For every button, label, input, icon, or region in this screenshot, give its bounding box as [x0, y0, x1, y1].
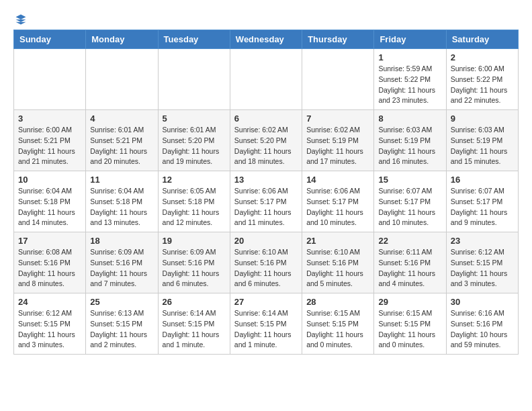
col-header-sunday: Sunday: [14, 30, 86, 49]
calendar-cell: 29Sunrise: 6:15 AM Sunset: 5:15 PM Dayli…: [374, 293, 446, 355]
day-number: 19: [163, 236, 226, 246]
calendar-cell: 23Sunrise: 6:12 AM Sunset: 5:15 PM Dayli…: [446, 232, 518, 293]
logo: [13, 13, 27, 23]
calendar-cell: 13Sunrise: 6:06 AM Sunset: 5:17 PM Dayli…: [230, 171, 302, 232]
col-header-friday: Friday: [374, 30, 446, 49]
calendar-cell: 17Sunrise: 6:08 AM Sunset: 5:16 PM Dayli…: [14, 232, 86, 293]
calendar-header-row: SundayMondayTuesdayWednesdayThursdayFrid…: [14, 30, 519, 49]
day-number: 6: [234, 113, 298, 124]
calendar-cell: 12Sunrise: 6:05 AM Sunset: 5:18 PM Dayli…: [158, 171, 230, 232]
day-number: 30: [451, 297, 514, 307]
calendar-cell: 15Sunrise: 6:07 AM Sunset: 5:17 PM Dayli…: [374, 171, 446, 232]
calendar-cell: 20Sunrise: 6:10 AM Sunset: 5:16 PM Dayli…: [230, 232, 302, 293]
calendar-cell: 9Sunrise: 6:03 AM Sunset: 5:19 PM Daylig…: [446, 110, 518, 171]
day-info: Sunrise: 6:04 AM Sunset: 5:18 PM Dayligh…: [18, 186, 81, 228]
calendar-week-row: 24Sunrise: 6:12 AM Sunset: 5:15 PM Dayli…: [14, 293, 519, 355]
day-info: Sunrise: 6:04 AM Sunset: 5:18 PM Dayligh…: [90, 186, 153, 228]
col-header-monday: Monday: [86, 30, 158, 49]
calendar-cell: 24Sunrise: 6:12 AM Sunset: 5:15 PM Dayli…: [14, 293, 86, 355]
day-info: Sunrise: 6:07 AM Sunset: 5:17 PM Dayligh…: [451, 186, 514, 228]
day-number: 10: [18, 175, 81, 185]
day-number: 29: [378, 297, 441, 307]
calendar-cell: 2Sunrise: 6:00 AM Sunset: 5:22 PM Daylig…: [446, 49, 518, 110]
day-info: Sunrise: 6:03 AM Sunset: 5:19 PM Dayligh…: [378, 125, 441, 167]
calendar-cell: [230, 49, 302, 110]
day-number: 21: [306, 236, 369, 246]
day-number: 25: [90, 297, 153, 307]
day-info: Sunrise: 6:10 AM Sunset: 5:16 PM Dayligh…: [306, 247, 369, 289]
day-info: Sunrise: 6:12 AM Sunset: 5:15 PM Dayligh…: [18, 308, 81, 351]
calendar-cell: [14, 49, 86, 110]
calendar-cell: 27Sunrise: 6:14 AM Sunset: 5:15 PM Dayli…: [230, 293, 302, 355]
calendar-cell: 10Sunrise: 6:04 AM Sunset: 5:18 PM Dayli…: [14, 171, 86, 232]
calendar-week-row: 10Sunrise: 6:04 AM Sunset: 5:18 PM Dayli…: [14, 171, 519, 232]
calendar-cell: 7Sunrise: 6:02 AM Sunset: 5:19 PM Daylig…: [302, 110, 374, 171]
calendar-cell: 21Sunrise: 6:10 AM Sunset: 5:16 PM Dayli…: [302, 232, 374, 293]
day-info: Sunrise: 6:05 AM Sunset: 5:18 PM Dayligh…: [163, 186, 226, 228]
day-number: 16: [451, 175, 514, 185]
calendar-week-row: 3Sunrise: 6:00 AM Sunset: 5:21 PM Daylig…: [14, 110, 519, 171]
calendar-cell: 30Sunrise: 6:16 AM Sunset: 5:16 PM Dayli…: [446, 293, 518, 355]
logo-icon: [15, 13, 27, 26]
day-info: Sunrise: 6:09 AM Sunset: 5:16 PM Dayligh…: [163, 247, 226, 289]
day-number: 20: [234, 236, 298, 246]
calendar-table: SundayMondayTuesdayWednesdayThursdayFrid…: [13, 30, 519, 355]
page-header: [13, 13, 519, 23]
day-info: Sunrise: 6:02 AM Sunset: 5:19 PM Dayligh…: [306, 125, 369, 167]
day-number: 5: [163, 113, 226, 124]
day-info: Sunrise: 6:13 AM Sunset: 5:15 PM Dayligh…: [90, 308, 153, 351]
day-info: Sunrise: 6:11 AM Sunset: 5:16 PM Dayligh…: [378, 247, 441, 289]
calendar-cell: 19Sunrise: 6:09 AM Sunset: 5:16 PM Dayli…: [158, 232, 230, 293]
day-number: 7: [306, 113, 369, 124]
day-info: Sunrise: 6:00 AM Sunset: 5:22 PM Dayligh…: [451, 64, 514, 106]
day-number: 11: [90, 175, 153, 185]
day-info: Sunrise: 6:14 AM Sunset: 5:15 PM Dayligh…: [234, 308, 298, 351]
day-info: Sunrise: 6:16 AM Sunset: 5:16 PM Dayligh…: [451, 308, 514, 351]
calendar-cell: 28Sunrise: 6:15 AM Sunset: 5:15 PM Dayli…: [302, 293, 374, 355]
day-info: Sunrise: 6:09 AM Sunset: 5:16 PM Dayligh…: [90, 247, 153, 289]
day-info: Sunrise: 6:10 AM Sunset: 5:16 PM Dayligh…: [234, 247, 298, 289]
day-info: Sunrise: 5:59 AM Sunset: 5:22 PM Dayligh…: [378, 64, 441, 106]
day-number: 15: [378, 175, 441, 185]
day-number: 2: [451, 52, 514, 62]
day-info: Sunrise: 6:03 AM Sunset: 5:19 PM Dayligh…: [451, 125, 514, 167]
day-number: 27: [234, 297, 298, 307]
col-header-wednesday: Wednesday: [230, 30, 302, 49]
day-number: 28: [306, 297, 369, 307]
day-number: 1: [378, 52, 441, 62]
day-info: Sunrise: 6:00 AM Sunset: 5:21 PM Dayligh…: [18, 125, 81, 167]
calendar-cell: 25Sunrise: 6:13 AM Sunset: 5:15 PM Dayli…: [86, 293, 158, 355]
calendar-cell: [158, 49, 230, 110]
day-number: 3: [18, 113, 81, 124]
day-info: Sunrise: 6:06 AM Sunset: 5:17 PM Dayligh…: [306, 186, 369, 228]
day-info: Sunrise: 6:14 AM Sunset: 5:15 PM Dayligh…: [163, 308, 226, 351]
calendar-cell: [86, 49, 158, 110]
day-info: Sunrise: 6:12 AM Sunset: 5:15 PM Dayligh…: [451, 247, 514, 289]
calendar-cell: 3Sunrise: 6:00 AM Sunset: 5:21 PM Daylig…: [14, 110, 86, 171]
day-info: Sunrise: 6:01 AM Sunset: 5:21 PM Dayligh…: [90, 125, 153, 167]
day-number: 8: [378, 113, 441, 124]
day-number: 22: [378, 236, 441, 246]
day-number: 12: [163, 175, 226, 185]
day-number: 4: [90, 113, 153, 124]
day-number: 24: [18, 297, 81, 307]
day-info: Sunrise: 6:08 AM Sunset: 5:16 PM Dayligh…: [18, 247, 81, 289]
calendar-cell: 18Sunrise: 6:09 AM Sunset: 5:16 PM Dayli…: [86, 232, 158, 293]
calendar-cell: 26Sunrise: 6:14 AM Sunset: 5:15 PM Dayli…: [158, 293, 230, 355]
day-info: Sunrise: 6:07 AM Sunset: 5:17 PM Dayligh…: [378, 186, 441, 228]
calendar-cell: 14Sunrise: 6:06 AM Sunset: 5:17 PM Dayli…: [302, 171, 374, 232]
calendar-cell: 11Sunrise: 6:04 AM Sunset: 5:18 PM Dayli…: [86, 171, 158, 232]
calendar-cell: 16Sunrise: 6:07 AM Sunset: 5:17 PM Dayli…: [446, 171, 518, 232]
calendar-cell: 8Sunrise: 6:03 AM Sunset: 5:19 PM Daylig…: [374, 110, 446, 171]
day-number: 13: [234, 175, 298, 185]
day-number: 26: [163, 297, 226, 307]
calendar-cell: 1Sunrise: 5:59 AM Sunset: 5:22 PM Daylig…: [374, 49, 446, 110]
calendar-cell: 6Sunrise: 6:02 AM Sunset: 5:20 PM Daylig…: [230, 110, 302, 171]
day-number: 18: [90, 236, 153, 246]
day-info: Sunrise: 6:01 AM Sunset: 5:20 PM Dayligh…: [163, 125, 226, 167]
day-info: Sunrise: 6:02 AM Sunset: 5:20 PM Dayligh…: [234, 125, 298, 167]
day-number: 14: [306, 175, 369, 185]
day-info: Sunrise: 6:06 AM Sunset: 5:17 PM Dayligh…: [234, 186, 298, 228]
calendar-week-row: 17Sunrise: 6:08 AM Sunset: 5:16 PM Dayli…: [14, 232, 519, 293]
calendar-cell: 5Sunrise: 6:01 AM Sunset: 5:20 PM Daylig…: [158, 110, 230, 171]
